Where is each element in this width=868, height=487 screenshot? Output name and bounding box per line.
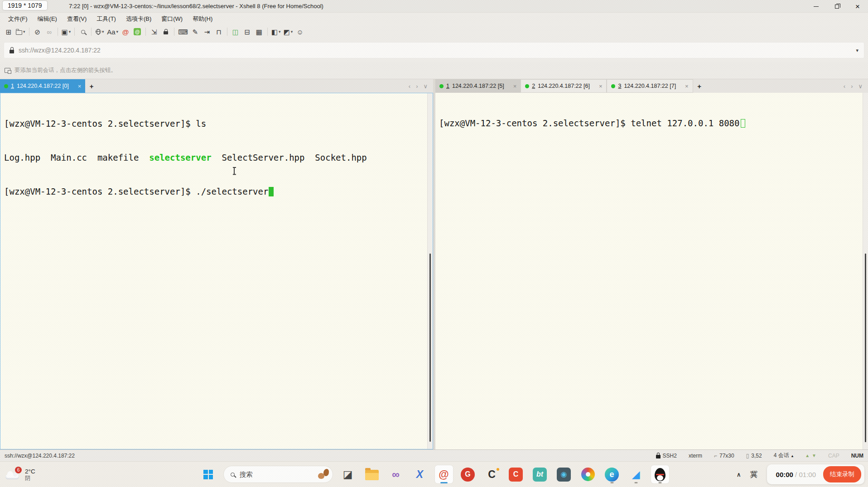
lock-screen-button[interactable] bbox=[160, 26, 172, 38]
tab-close-icon[interactable]: × bbox=[685, 83, 689, 90]
c-curve-app-icon: C bbox=[488, 469, 496, 480]
tray-overflow-chevron-icon[interactable]: ∧ bbox=[737, 471, 741, 478]
session-tab-right-3[interactable]: 3 124.220.4.187:22 [7]× bbox=[607, 79, 693, 93]
xftp-transfer-icon: @ bbox=[134, 28, 141, 35]
xftp-transfer-button[interactable]: @ bbox=[131, 26, 143, 38]
search-doodle-image[interactable] bbox=[317, 469, 329, 480]
encoding-button[interactable]: ▾ bbox=[94, 26, 106, 38]
qq-icon[interactable] bbox=[651, 465, 669, 483]
fullscreen-button[interactable]: ⇲ bbox=[148, 26, 160, 38]
cloud-icon bbox=[5, 474, 19, 479]
virtual-keyboard-button[interactable]: ⌨ bbox=[177, 26, 189, 38]
status-cursor-position: ▯3,52 bbox=[746, 453, 762, 459]
edge-browser-icon[interactable] bbox=[603, 465, 621, 483]
xshell-icon[interactable]: @ bbox=[435, 465, 453, 483]
stop-recording-button[interactable]: 结束录制 bbox=[823, 466, 861, 482]
taskbar-search[interactable]: 搜索 bbox=[223, 466, 333, 483]
left-scrollbar[interactable] bbox=[427, 93, 433, 449]
tab-close-icon[interactable]: × bbox=[513, 83, 517, 90]
file-explorer-icon[interactable] bbox=[363, 465, 381, 483]
status-screen-size: ⌐77x30 bbox=[714, 453, 734, 459]
menu-item-7[interactable]: 帮助(H) bbox=[188, 14, 217, 24]
menu-item-1[interactable]: 文件(F) bbox=[4, 14, 32, 24]
menu-item-6[interactable]: 窗口(W) bbox=[157, 14, 187, 24]
menu-item-3[interactable]: 查看(V) bbox=[63, 14, 91, 24]
font-button[interactable]: Aa▾ bbox=[106, 26, 120, 38]
new-tab-button[interactable]: + bbox=[693, 79, 706, 93]
ls-output: SelectServer.hpp Socket.hpp bbox=[212, 153, 367, 162]
visual-studio-blue-icon[interactable]: X bbox=[411, 465, 429, 483]
tab-list-menu-icon[interactable]: ∨ bbox=[858, 83, 863, 90]
scroll-up-icon[interactable]: ▲ bbox=[805, 453, 810, 458]
tab-close-icon[interactable]: × bbox=[78, 83, 82, 90]
dropdown-arrow-icon: ▾ bbox=[102, 29, 104, 34]
left-scrollbar-thumb[interactable] bbox=[429, 253, 431, 442]
tab-scroll-next-icon[interactable]: › bbox=[416, 83, 418, 90]
session-tab-left-1[interactable]: 1 124.220.4.187:22 [0]× bbox=[0, 79, 85, 93]
weather-widget[interactable]: 6 2°C 阴 bbox=[5, 468, 35, 481]
toolbar-separator bbox=[91, 28, 92, 36]
menu-item-2[interactable]: 编辑(E) bbox=[33, 14, 62, 24]
session-status-dot bbox=[525, 84, 529, 88]
right-scrollbar[interactable] bbox=[863, 93, 868, 449]
highlight-pen-button[interactable]: ✎ bbox=[189, 26, 201, 38]
tab-label: 124.220.4.187:22 [0] bbox=[17, 83, 69, 89]
status-session-count[interactable]: 4 会话▴ bbox=[774, 452, 794, 459]
scroll-down-icon[interactable]: ▼ bbox=[812, 453, 816, 458]
palette-app-icon[interactable] bbox=[579, 465, 597, 483]
ime-tray-icon[interactable]: 冀 bbox=[750, 469, 758, 480]
right-scrollbar-thumb[interactable] bbox=[865, 253, 866, 443]
address-dropdown-icon[interactable]: ▾ bbox=[856, 48, 858, 53]
find-button[interactable] bbox=[77, 26, 89, 38]
disconnect-button[interactable]: ⊘ bbox=[32, 26, 43, 38]
layout-preset-2-button[interactable]: ◩▾ bbox=[282, 26, 294, 38]
new-session-button[interactable]: ⊞ bbox=[3, 26, 14, 38]
session-tab-right-1[interactable]: 1 124.220.4.187:22 [5]× bbox=[435, 79, 521, 93]
feedback-button[interactable]: ☺ bbox=[294, 26, 306, 38]
session-popup-icon: ▴ bbox=[791, 454, 794, 458]
num-lock-indicator: NUM bbox=[851, 453, 863, 459]
toolbar: ⊞▾⊘∞▣▾▾Aa▾@@⇲⌨✎⇥⊓◫⊟▦◧▾◩▾☺ bbox=[0, 25, 868, 38]
send-text-button[interactable]: ⇥ bbox=[201, 26, 213, 38]
right-terminal-area: [wzx@VM-12-3-centos 2.selectserver]$ tel… bbox=[435, 93, 868, 449]
menu-item-4[interactable]: 工具(T) bbox=[92, 14, 121, 24]
start-button[interactable] bbox=[199, 465, 217, 483]
search-icon bbox=[231, 473, 235, 477]
tab-list-menu-icon[interactable]: ∨ bbox=[423, 83, 428, 90]
toolbar-separator bbox=[58, 28, 58, 36]
terminal-cursor-filled bbox=[269, 187, 274, 196]
tab-scroll-next-icon[interactable]: › bbox=[851, 83, 853, 90]
vscode-icon[interactable]: ◢ bbox=[627, 465, 645, 483]
encoding-icon bbox=[96, 29, 101, 34]
address-input[interactable]: ssh://wzx@124.220.4.187:22 ▾ bbox=[4, 42, 864, 58]
protocol-label: SSH2 bbox=[663, 453, 677, 459]
tab-scroll-prev-icon[interactable]: ‹ bbox=[409, 83, 410, 90]
new-tab-button[interactable]: + bbox=[85, 79, 98, 93]
menu-item-5[interactable]: 选项卡(B) bbox=[121, 14, 156, 24]
baota-panel-icon[interactable]: bt bbox=[531, 465, 549, 483]
close-button[interactable]: × bbox=[847, 0, 868, 13]
tab-scroll-prev-icon[interactable]: ‹ bbox=[844, 83, 845, 90]
open-sessions-button[interactable]: ▾ bbox=[14, 26, 27, 38]
left-terminal[interactable]: [wzx@VM-12-3-centos 2.selectserver]$ ls … bbox=[0, 93, 427, 449]
maximize-restore-button[interactable] bbox=[826, 0, 847, 13]
baota-panel-icon: bt bbox=[533, 468, 547, 482]
split-vertical-button[interactable]: ⊟ bbox=[241, 26, 253, 38]
layout-preset-button[interactable]: ◧▾ bbox=[270, 26, 282, 38]
c-curve-app-icon[interactable]: C bbox=[483, 465, 501, 483]
xshell-logo-button[interactable]: @ bbox=[120, 26, 131, 38]
new-terminal-tab-button[interactable]: ▣▾ bbox=[60, 26, 72, 38]
right-terminal[interactable]: [wzx@VM-12-3-centos 2.selectserver]$ tel… bbox=[435, 93, 863, 449]
session-status-dot bbox=[611, 84, 615, 88]
compose-bar-button[interactable]: ⊓ bbox=[213, 26, 225, 38]
minimize-button[interactable] bbox=[805, 0, 826, 13]
split-horizontal-button[interactable]: ◫ bbox=[230, 26, 241, 38]
g-app-icon[interactable]: G bbox=[459, 465, 477, 483]
tile-panes-button[interactable]: ▦ bbox=[253, 26, 265, 38]
csdn-icon[interactable]: C bbox=[507, 465, 525, 483]
photos-app-icon[interactable]: ◪ bbox=[339, 465, 357, 483]
tab-close-icon[interactable]: × bbox=[599, 83, 603, 90]
visual-studio-icon[interactable]: ∞ bbox=[387, 465, 405, 483]
session-tab-right-2[interactable]: 2 124.220.4.187:22 [6]× bbox=[521, 79, 607, 93]
swirl-app-icon[interactable]: ◉ bbox=[555, 465, 573, 483]
